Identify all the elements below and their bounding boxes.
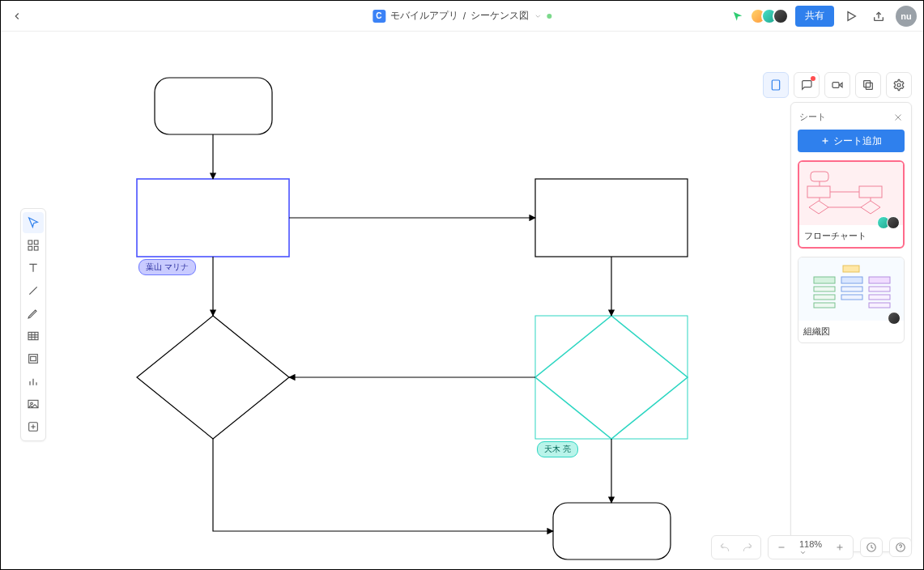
brand-badge[interactable]: nu: [896, 6, 917, 27]
image-icon: [27, 398, 40, 410]
text-icon: [27, 262, 40, 274]
collaborator-avatars[interactable]: [750, 8, 789, 24]
svg-rect-44: [843, 266, 859, 272]
present-button[interactable]: [841, 6, 862, 27]
chevron-down-icon: [799, 549, 807, 556]
tool-line[interactable]: [23, 280, 44, 301]
project-name: モバイルアプリ: [390, 9, 458, 23]
add-sheet-button[interactable]: シート追加: [798, 130, 905, 152]
clock-icon: [866, 542, 877, 553]
document-title[interactable]: C モバイルアプリ / シーケンス図: [373, 9, 551, 23]
sheet-card[interactable]: フローチャート: [798, 160, 905, 249]
tool-container[interactable]: [23, 348, 44, 369]
svg-point-29: [897, 83, 901, 87]
sync-status-dot: [547, 14, 551, 19]
undo-button[interactable]: [713, 538, 736, 557]
svg-rect-34: [811, 172, 828, 181]
svg-marker-26: [840, 83, 842, 87]
node-process[interactable]: [535, 179, 688, 257]
shapes-icon: [27, 239, 40, 252]
cursor-icon: [27, 216, 40, 229]
export-icon: [872, 10, 885, 23]
sheet-collaborators: [880, 216, 900, 229]
notification-dot: [811, 76, 815, 81]
undo-redo-group: [711, 535, 761, 559]
undo-icon: [719, 542, 730, 553]
tool-chart[interactable]: [23, 371, 44, 392]
sheet-thumbnail: [798, 257, 904, 321]
svg-rect-2: [28, 240, 32, 245]
sheet-collaborators: [891, 312, 901, 325]
app-window: C モバイルアプリ / シーケンス図 共有: [0, 0, 924, 570]
comments-button[interactable]: [794, 72, 820, 98]
chevron-down-icon: [534, 12, 542, 20]
export-button[interactable]: [868, 6, 889, 27]
redo-button[interactable]: [736, 538, 759, 557]
node-terminator[interactable]: [553, 503, 671, 559]
left-toolbar: [20, 208, 46, 441]
redo-icon: [742, 542, 753, 553]
svg-rect-4: [28, 246, 32, 250]
sheet-label: 組織図: [798, 321, 904, 342]
svg-rect-54: [869, 295, 890, 300]
container-icon: [27, 352, 40, 365]
svg-line-8: [29, 287, 36, 294]
svg-rect-35: [807, 186, 830, 198]
tool-text[interactable]: [23, 257, 44, 279]
zoom-group: 118%: [768, 535, 854, 559]
minus-icon: [777, 542, 786, 552]
chart-icon: [27, 375, 40, 388]
canvas[interactable]: 葉山 マリナ 天木 亮: [1, 32, 923, 569]
history-button[interactable]: [860, 538, 883, 557]
doc-icon: C: [373, 10, 385, 23]
node-decision-selected[interactable]: [535, 316, 688, 439]
svg-marker-0: [848, 11, 855, 20]
collab-indicator-icon: [732, 11, 743, 22]
plus-icon: [835, 542, 845, 552]
zoom-in-button[interactable]: [828, 538, 851, 557]
svg-rect-46: [841, 277, 862, 283]
table-icon: [27, 330, 40, 342]
tool-image[interactable]: [23, 393, 44, 415]
avatar: [773, 8, 789, 24]
tool-more[interactable]: [23, 416, 44, 437]
doc-name: シーケンス図: [471, 9, 529, 23]
svg-rect-9: [28, 332, 38, 339]
line-icon: [27, 284, 40, 297]
edge[interactable]: [213, 439, 553, 531]
help-icon: [895, 542, 906, 553]
node-decision[interactable]: [137, 316, 289, 439]
svg-marker-38: [861, 201, 880, 214]
tool-table[interactable]: [23, 325, 44, 347]
pen-icon: [27, 307, 40, 320]
close-icon[interactable]: [893, 113, 903, 122]
settings-button[interactable]: [886, 72, 912, 98]
zoom-out-button[interactable]: [770, 538, 793, 557]
play-icon: [845, 10, 858, 23]
zoom-label: 118%: [799, 539, 822, 549]
svg-rect-55: [869, 303, 890, 308]
back-button[interactable]: [7, 6, 27, 26]
tool-shapes[interactable]: [23, 235, 44, 256]
node-process-selected[interactable]: [137, 179, 289, 257]
bottom-controls: 118%: [711, 535, 912, 559]
zoom-value[interactable]: 118%: [793, 539, 828, 556]
sheets-panel: シート シート追加: [790, 102, 912, 552]
help-button[interactable]: [889, 538, 912, 557]
slides-button[interactable]: [855, 72, 881, 98]
svg-point-61: [901, 549, 901, 550]
share-button[interactable]: 共有: [795, 6, 834, 27]
chevron-left-icon: [11, 11, 23, 22]
tool-select[interactable]: [23, 212, 44, 233]
tool-pen[interactable]: [23, 303, 44, 324]
sheet-card[interactable]: 組織図: [798, 257, 905, 343]
video-button[interactable]: [824, 72, 850, 98]
svg-rect-15: [31, 356, 36, 360]
plus-square-icon: [27, 420, 40, 433]
svg-rect-36: [859, 186, 882, 198]
node-terminator[interactable]: [155, 78, 272, 134]
svg-marker-37: [809, 201, 828, 214]
svg-rect-47: [869, 277, 890, 283]
sheets-panel-toggle[interactable]: [763, 72, 789, 98]
svg-rect-49: [814, 295, 835, 300]
